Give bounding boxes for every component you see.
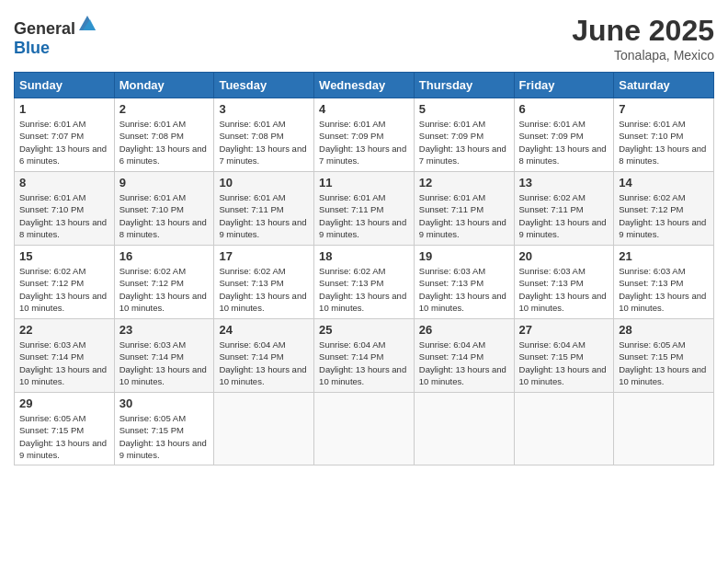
day-number: 23	[119, 323, 210, 337]
day-number: 29	[19, 396, 109, 410]
day-number: 20	[519, 249, 609, 263]
sunset-text: Sunset: 7:12 PM	[19, 278, 84, 288]
calendar-day-cell: 4 Sunrise: 6:01 AM Sunset: 7:09 PM Dayli…	[314, 98, 415, 172]
day-number: 11	[319, 176, 409, 190]
sunset-text: Sunset: 7:13 PM	[519, 278, 584, 288]
day-number: 1	[19, 102, 109, 116]
day-info: Sunrise: 6:01 AM Sunset: 7:09 PM Dayligh…	[419, 118, 509, 167]
day-number: 7	[619, 102, 709, 116]
daylight-text: Daylight: 13 hours and 7 minutes.	[319, 144, 406, 166]
sunset-text: Sunset: 7:10 PM	[619, 131, 683, 141]
sunset-text: Sunset: 7:09 PM	[419, 131, 483, 141]
calendar-day-cell	[514, 393, 614, 465]
daylight-text: Daylight: 13 hours and 8 minutes.	[19, 217, 107, 239]
calendar-header-row: Sunday Monday Tuesday Wednesday Thursday…	[15, 73, 714, 98]
calendar-day-cell	[414, 393, 514, 465]
day-info: Sunrise: 6:02 AM Sunset: 7:12 PM Dayligh…	[19, 265, 109, 314]
day-number: 24	[219, 323, 309, 337]
day-number: 16	[119, 249, 210, 263]
day-number: 19	[419, 249, 509, 263]
sunrise-text: Sunrise: 6:02 AM	[519, 192, 586, 202]
calendar-day-cell: 15 Sunrise: 6:02 AM Sunset: 7:12 PM Dayl…	[15, 246, 115, 319]
sunrise-text: Sunrise: 6:01 AM	[319, 119, 385, 129]
sunrise-text: Sunrise: 6:01 AM	[119, 192, 186, 202]
day-info: Sunrise: 6:01 AM Sunset: 7:10 PM Dayligh…	[19, 191, 109, 240]
sunrise-text: Sunrise: 6:04 AM	[319, 339, 385, 350]
col-wednesday: Wednesday	[314, 73, 415, 98]
page-header: General Blue June 2025 Tonalapa, Mexico	[14, 14, 714, 63]
calendar-day-cell	[314, 393, 415, 465]
sunrise-text: Sunrise: 6:04 AM	[519, 339, 586, 350]
day-number: 9	[119, 176, 210, 190]
day-info: Sunrise: 6:01 AM Sunset: 7:10 PM Dayligh…	[619, 118, 709, 167]
daylight-text: Daylight: 13 hours and 9 minutes.	[519, 217, 607, 239]
day-info: Sunrise: 6:02 AM Sunset: 7:13 PM Dayligh…	[319, 265, 409, 314]
daylight-text: Daylight: 13 hours and 10 minutes.	[19, 364, 107, 386]
calendar-day-cell	[614, 393, 714, 465]
logo-icon	[77, 14, 97, 34]
calendar-day-cell: 14 Sunrise: 6:02 AM Sunset: 7:12 PM Dayl…	[614, 172, 714, 246]
calendar-day-cell: 11 Sunrise: 6:01 AM Sunset: 7:11 PM Dayl…	[314, 172, 415, 246]
sunrise-text: Sunrise: 6:02 AM	[119, 266, 186, 276]
sunrise-text: Sunrise: 6:03 AM	[619, 266, 685, 276]
calendar-day-cell: 13 Sunrise: 6:02 AM Sunset: 7:11 PM Dayl…	[514, 172, 614, 246]
calendar-week-row: 8 Sunrise: 6:01 AM Sunset: 7:10 PM Dayli…	[15, 172, 714, 246]
day-info: Sunrise: 6:01 AM Sunset: 7:08 PM Dayligh…	[219, 118, 309, 167]
sunrise-text: Sunrise: 6:01 AM	[619, 119, 685, 129]
sunset-text: Sunset: 7:08 PM	[219, 131, 283, 141]
sunrise-text: Sunrise: 6:03 AM	[119, 339, 186, 350]
calendar-day-cell: 2 Sunrise: 6:01 AM Sunset: 7:08 PM Dayli…	[114, 98, 214, 172]
day-number: 14	[619, 176, 709, 190]
daylight-text: Daylight: 13 hours and 10 minutes.	[419, 291, 506, 313]
logo-general-text: General	[14, 19, 75, 38]
daylight-text: Daylight: 13 hours and 9 minutes.	[19, 438, 107, 460]
calendar-day-cell: 22 Sunrise: 6:03 AM Sunset: 7:14 PM Dayl…	[15, 319, 115, 393]
day-number: 12	[419, 176, 509, 190]
calendar-week-row: 22 Sunrise: 6:03 AM Sunset: 7:14 PM Dayl…	[15, 319, 714, 393]
daylight-text: Daylight: 13 hours and 10 minutes.	[119, 364, 207, 386]
sunset-text: Sunset: 7:10 PM	[19, 204, 84, 214]
day-info: Sunrise: 6:02 AM Sunset: 7:12 PM Dayligh…	[619, 191, 709, 240]
logo-blue-text: Blue	[14, 39, 50, 57]
sunset-text: Sunset: 7:08 PM	[119, 131, 184, 141]
sunrise-text: Sunrise: 6:01 AM	[219, 119, 285, 129]
day-number: 13	[519, 176, 609, 190]
day-info: Sunrise: 6:05 AM Sunset: 7:15 PM Dayligh…	[119, 412, 210, 461]
daylight-text: Daylight: 13 hours and 10 minutes.	[319, 364, 406, 386]
calendar-day-cell: 5 Sunrise: 6:01 AM Sunset: 7:09 PM Dayli…	[414, 98, 514, 172]
daylight-text: Daylight: 13 hours and 7 minutes.	[419, 144, 506, 166]
sunset-text: Sunset: 7:09 PM	[319, 131, 383, 141]
day-info: Sunrise: 6:03 AM Sunset: 7:14 PM Dayligh…	[119, 339, 210, 387]
calendar-day-cell: 21 Sunrise: 6:03 AM Sunset: 7:13 PM Dayl…	[614, 246, 714, 319]
daylight-text: Daylight: 13 hours and 9 minutes.	[319, 217, 406, 239]
daylight-text: Daylight: 13 hours and 7 minutes.	[219, 144, 306, 166]
sunset-text: Sunset: 7:12 PM	[119, 278, 184, 288]
daylight-text: Daylight: 13 hours and 9 minutes.	[619, 217, 706, 239]
sunrise-text: Sunrise: 6:01 AM	[319, 192, 385, 202]
daylight-text: Daylight: 13 hours and 8 minutes.	[119, 217, 207, 239]
daylight-text: Daylight: 13 hours and 9 minutes.	[419, 217, 506, 239]
day-info: Sunrise: 6:01 AM Sunset: 7:09 PM Dayligh…	[519, 118, 609, 167]
sunset-text: Sunset: 7:11 PM	[419, 204, 483, 214]
location-subtitle: Tonalapa, Mexico	[572, 48, 714, 63]
calendar-day-cell: 7 Sunrise: 6:01 AM Sunset: 7:10 PM Dayli…	[614, 98, 714, 172]
sunrise-text: Sunrise: 6:02 AM	[19, 266, 85, 276]
daylight-text: Daylight: 13 hours and 9 minutes.	[119, 438, 207, 460]
sunset-text: Sunset: 7:15 PM	[119, 425, 184, 435]
calendar-day-cell: 29 Sunrise: 6:05 AM Sunset: 7:15 PM Dayl…	[15, 393, 115, 465]
sunrise-text: Sunrise: 6:03 AM	[419, 266, 485, 276]
col-friday: Friday	[514, 73, 614, 98]
col-saturday: Saturday	[614, 73, 714, 98]
day-number: 26	[419, 323, 509, 337]
sunset-text: Sunset: 7:09 PM	[519, 131, 584, 141]
daylight-text: Daylight: 13 hours and 10 minutes.	[19, 291, 107, 313]
day-info: Sunrise: 6:05 AM Sunset: 7:15 PM Dayligh…	[19, 412, 109, 461]
daylight-text: Daylight: 13 hours and 9 minutes.	[219, 217, 306, 239]
day-number: 17	[219, 249, 309, 263]
day-info: Sunrise: 6:04 AM Sunset: 7:14 PM Dayligh…	[319, 339, 409, 387]
daylight-text: Daylight: 13 hours and 10 minutes.	[219, 364, 306, 386]
sunrise-text: Sunrise: 6:01 AM	[419, 192, 485, 202]
day-number: 27	[519, 323, 609, 337]
daylight-text: Daylight: 13 hours and 10 minutes.	[619, 364, 706, 386]
calendar-day-cell: 27 Sunrise: 6:04 AM Sunset: 7:15 PM Dayl…	[514, 319, 614, 393]
